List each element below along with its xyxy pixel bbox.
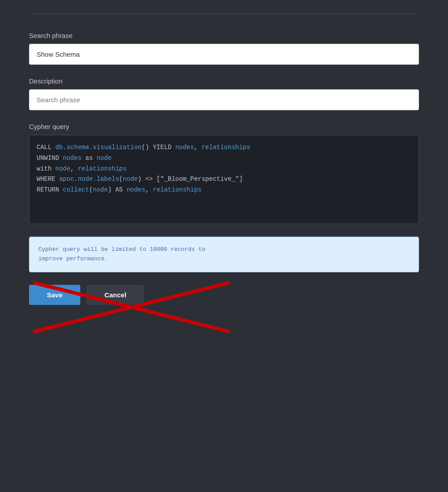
save-button[interactable]: Save bbox=[29, 285, 80, 305]
cypher-query-label: Cypher query bbox=[29, 123, 419, 130]
cancel-button[interactable]: Cancel bbox=[87, 285, 144, 305]
description-label: Description bbox=[29, 77, 419, 85]
cypher-query-section: Cypher query CALL db.schema.visualizatio… bbox=[29, 123, 419, 224]
search-phrase-input[interactable] bbox=[29, 44, 419, 65]
description-section: Description bbox=[29, 77, 419, 110]
search-phrase-label: Search phrase bbox=[29, 32, 419, 39]
info-box: Cypher query will be limited to 10000 re… bbox=[29, 237, 419, 272]
buttons-row: Save Cancel bbox=[29, 285, 419, 305]
info-box-text: Cypher query will be limited to 10000 re… bbox=[38, 245, 410, 264]
top-divider bbox=[29, 13, 419, 14]
description-input[interactable] bbox=[29, 89, 419, 110]
cypher-query-editor[interactable]: CALL db.schema.visualization() YIELD nod… bbox=[29, 135, 419, 224]
search-phrase-section: Search phrase bbox=[29, 32, 419, 65]
